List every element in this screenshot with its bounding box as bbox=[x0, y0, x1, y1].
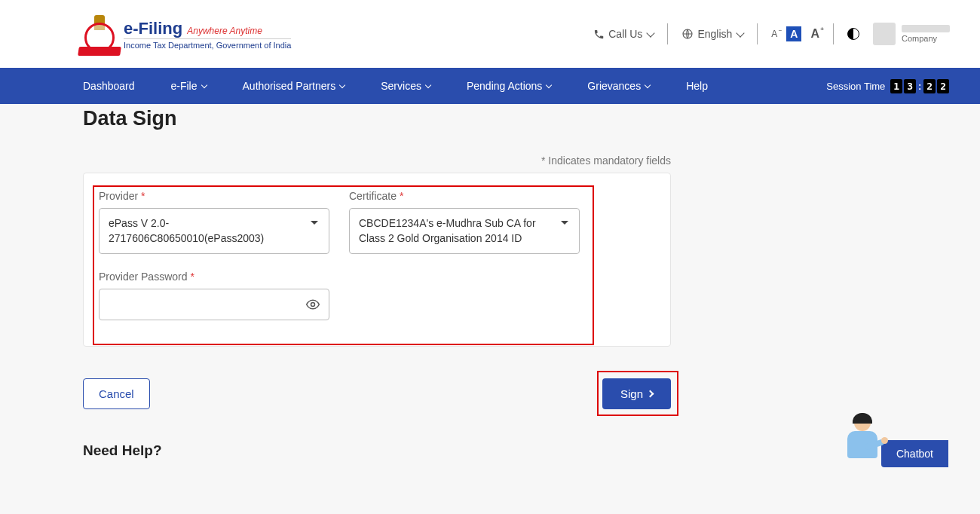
nav-label: e-File bbox=[171, 80, 198, 92]
chevron-down-icon bbox=[737, 29, 745, 37]
chatbot-button[interactable]: Chatbot bbox=[881, 440, 948, 467]
call-us-label: Call Us bbox=[608, 28, 642, 40]
nav-dashboard[interactable]: Dashboard bbox=[83, 80, 135, 92]
sign-label: Sign bbox=[620, 387, 643, 400]
main-content: Data Sign * Indicates mandatory fields P… bbox=[0, 107, 980, 459]
provider-label: Provider * bbox=[99, 190, 329, 202]
password-input[interactable] bbox=[99, 289, 329, 320]
nav-authorised-partners[interactable]: Authorised Partners bbox=[243, 80, 345, 92]
eye-icon[interactable] bbox=[305, 297, 320, 315]
certificate-field: Certificate * CBCDE1234A's e-Mudhra Sub … bbox=[349, 190, 580, 254]
emblem-icon bbox=[83, 15, 116, 53]
nav-pending-actions[interactable]: Pending Actions bbox=[467, 80, 551, 92]
provider-select[interactable]: ePass V 2.0-2717606C80650010(ePass2003) bbox=[99, 208, 329, 254]
session-digit: 1 bbox=[890, 79, 902, 93]
password-label: Provider Password * bbox=[99, 271, 329, 283]
call-us-dropdown[interactable]: Call Us bbox=[593, 28, 654, 40]
nav-label: Grievances bbox=[587, 80, 641, 92]
session-label: Session Time bbox=[826, 81, 885, 92]
avatar bbox=[873, 23, 896, 45]
need-help-heading: Need Help? bbox=[83, 442, 897, 459]
session-timer: Session Time 13:22 bbox=[826, 81, 950, 92]
nav-label: Dashboard bbox=[83, 80, 135, 92]
font-size-controls: A A A bbox=[771, 26, 819, 41]
cancel-button[interactable]: Cancel bbox=[83, 378, 150, 409]
brand-tagline: Anywhere Anytime bbox=[187, 26, 262, 36]
chatbot-widget[interactable]: Chatbot bbox=[841, 413, 948, 467]
session-colon: : bbox=[918, 81, 921, 92]
certificate-value: CBCDE1234A's e-Mudhra Sub CA for Class 2… bbox=[359, 216, 553, 246]
divider bbox=[757, 23, 758, 44]
font-decrease-button[interactable]: A bbox=[771, 29, 777, 39]
globe-icon bbox=[681, 28, 694, 40]
certificate-select[interactable]: CBCDE1234A's e-Mudhra Sub CA for Class 2… bbox=[349, 208, 580, 254]
provider-value: ePass V 2.0-2717606C80650010(ePass2003) bbox=[109, 216, 303, 246]
font-default-button[interactable]: A bbox=[786, 26, 801, 41]
chevron-down-icon bbox=[339, 82, 345, 88]
page-title: Data Sign bbox=[83, 107, 897, 130]
logo-area: e-Filing Anywhere Anytime Income Tax Dep… bbox=[83, 15, 291, 53]
main-nav: Dashboard e-File Authorised Partners Ser… bbox=[0, 68, 980, 104]
user-meta: Company bbox=[902, 25, 950, 43]
nav-efile[interactable]: e-File bbox=[171, 80, 207, 92]
divider bbox=[833, 23, 834, 44]
certificate-label: Certificate * bbox=[349, 190, 580, 202]
contrast-toggle[interactable] bbox=[847, 28, 859, 40]
brand-name: e-Filing bbox=[124, 19, 182, 38]
session-digit: 3 bbox=[904, 79, 916, 93]
mandatory-note: * Indicates mandatory fields bbox=[83, 155, 671, 167]
font-increase-button[interactable]: A bbox=[810, 27, 819, 41]
chevron-down-icon bbox=[546, 82, 552, 88]
nav-grievances[interactable]: Grievances bbox=[587, 80, 650, 92]
sign-button[interactable]: Sign bbox=[602, 378, 671, 409]
user-name-placeholder bbox=[902, 25, 950, 32]
nav-help[interactable]: Help bbox=[686, 80, 708, 92]
chevron-down-icon bbox=[425, 82, 431, 88]
nav-label: Authorised Partners bbox=[243, 80, 336, 92]
svg-point-1 bbox=[311, 303, 315, 307]
session-digit: 2 bbox=[923, 79, 936, 93]
phone-icon bbox=[593, 29, 605, 40]
user-menu[interactable]: Company bbox=[873, 23, 950, 45]
chevron-right-icon bbox=[647, 390, 654, 398]
chevron-down-icon bbox=[647, 29, 655, 37]
provider-field: Provider * ePass V 2.0-2717606C80650010(… bbox=[99, 190, 329, 254]
contrast-icon bbox=[847, 28, 859, 40]
data-sign-card: Provider * ePass V 2.0-2717606C80650010(… bbox=[83, 173, 671, 347]
password-field: Provider Password * bbox=[99, 271, 329, 320]
top-header: e-Filing Anywhere Anytime Income Tax Dep… bbox=[0, 0, 980, 68]
chevron-down-icon bbox=[201, 82, 207, 88]
action-row: Cancel Sign bbox=[83, 378, 671, 409]
divider bbox=[667, 23, 668, 44]
brand-subline: Income Tax Department, Government of Ind… bbox=[124, 38, 291, 50]
top-right-controls: Call Us English A A A Company bbox=[593, 23, 950, 45]
chevron-down-icon bbox=[645, 82, 651, 88]
language-label: English bbox=[697, 28, 732, 40]
nav-services[interactable]: Services bbox=[381, 80, 430, 92]
language-dropdown[interactable]: English bbox=[681, 28, 743, 40]
nav-label: Pending Actions bbox=[467, 80, 542, 92]
user-type-label: Company bbox=[902, 34, 950, 43]
chatbot-avatar-icon bbox=[841, 413, 884, 467]
brand-text: e-Filing Anywhere Anytime Income Tax Dep… bbox=[124, 19, 291, 50]
session-digit: 2 bbox=[937, 79, 949, 93]
nav-label: Services bbox=[381, 80, 421, 92]
nav-label: Help bbox=[686, 80, 708, 92]
